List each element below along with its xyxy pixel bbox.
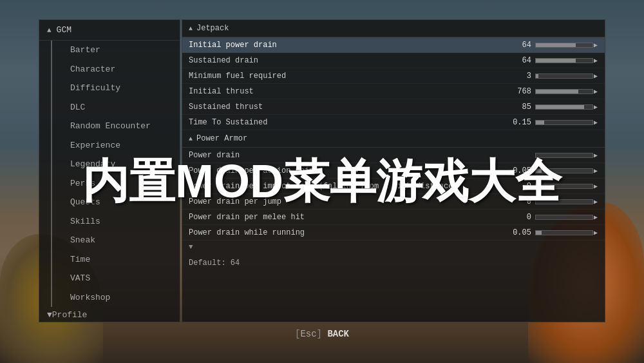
setting-initial-thrust-slider[interactable]: ▶ bbox=[535, 88, 598, 95]
content-panel: ▲ Jetpack Initial power drain 64 ▶ Susta… bbox=[182, 19, 605, 322]
slider-right-arrow: ▶ bbox=[593, 57, 598, 64]
sidebar-item-dlc[interactable]: DLC bbox=[52, 98, 180, 117]
slider-fill bbox=[536, 90, 578, 93]
setting-sustained-drain-value: 64 bbox=[506, 56, 531, 65]
slider-track bbox=[535, 89, 593, 94]
setting-initial-power-drain-label: Initial power drain bbox=[189, 41, 506, 50]
setting-sustained-drain[interactable]: Sustained drain 64 ▶ bbox=[182, 53, 605, 68]
main-panel: ▲ GCM Barter Character Difficulty DLC Ra… bbox=[39, 19, 605, 322]
sidebar-item-character[interactable]: Character bbox=[52, 60, 180, 79]
setting-min-fuel[interactable]: Minimum fuel required 3 ▶ bbox=[182, 68, 605, 84]
setting-drain-per-jump-label: Power drain per jump bbox=[189, 197, 506, 206]
setting-time-to-sustained-slider[interactable]: ▶ bbox=[535, 119, 598, 126]
setting-drain-per-jump[interactable]: Power drain per jump 0 ▶ bbox=[182, 194, 605, 210]
section-jetpack-label: Jetpack bbox=[196, 24, 229, 33]
setting-drain-per-action[interactable]: Power drain per action point 0.05 ▶ bbox=[182, 163, 605, 179]
setting-sustained-drain-label: Sustained drain bbox=[189, 56, 506, 65]
default-value-text: Default: 64 bbox=[182, 253, 605, 273]
slider-right-arrow: ▶ bbox=[593, 167, 598, 175]
setting-drain-while-running-slider[interactable]: ▶ bbox=[535, 229, 598, 237]
sidebar-item-workshop[interactable]: Workshop bbox=[52, 288, 180, 308]
esc-key-hint[interactable]: [Esc] BACK bbox=[295, 329, 349, 339]
slider-track bbox=[535, 215, 593, 220]
setting-drain-per-action-label: Power drain per action point bbox=[189, 166, 506, 175]
setting-min-fuel-label: Minimum fuel required bbox=[189, 72, 506, 81]
slider-right-arrow: ▶ bbox=[593, 119, 598, 126]
slider-fill bbox=[536, 105, 584, 109]
slider-right-arrow: ▶ bbox=[593, 88, 598, 95]
setting-power-drain-label: Power drain bbox=[189, 151, 506, 160]
sidebar-item-sneak[interactable]: Sneak bbox=[52, 231, 180, 250]
sidebar-item-perks[interactable]: Perks bbox=[52, 174, 180, 193]
slider-right-arrow: ▶ bbox=[593, 103, 598, 111]
bottom-bar: [Esc] BACK bbox=[0, 322, 644, 346]
setting-drain-impact-land-value: 0 bbox=[506, 182, 531, 191]
setting-drain-per-jump-slider[interactable]: ▶ bbox=[535, 198, 598, 206]
section-jetpack-arrow: ▲ bbox=[189, 25, 193, 32]
setting-drain-while-running[interactable]: Power drain while running 0.05 ▶ bbox=[182, 225, 605, 240]
setting-drain-per-action-slider[interactable]: ▶ bbox=[535, 167, 598, 175]
slider-track bbox=[535, 153, 593, 158]
slider-fill bbox=[536, 59, 576, 63]
sidebar-item-difficulty[interactable]: Difficulty bbox=[52, 79, 180, 98]
slider-fill bbox=[536, 169, 542, 173]
setting-min-fuel-slider[interactable]: ▶ bbox=[535, 72, 598, 80]
setting-initial-power-drain-value: 64 bbox=[506, 41, 531, 50]
section-expand-arrow[interactable]: ▼ bbox=[182, 240, 605, 253]
setting-drain-per-jump-value: 0 bbox=[506, 197, 531, 206]
sidebar-footer-arrow: ▼ bbox=[47, 310, 52, 320]
slider-fill bbox=[536, 74, 538, 78]
setting-drain-per-melee[interactable]: Power drain per melee hit 0 ▶ bbox=[182, 210, 605, 225]
setting-sustained-thrust[interactable]: Sustained thrust 85 ▶ bbox=[182, 99, 605, 115]
esc-label: Esc bbox=[300, 329, 316, 339]
section-jetpack-header: ▲ Jetpack bbox=[182, 20, 605, 37]
section-power-armor-arrow: ▲ bbox=[189, 135, 193, 142]
setting-sustained-thrust-value: 85 bbox=[506, 103, 531, 112]
slider-right-arrow: ▶ bbox=[593, 41, 598, 49]
setting-power-drain-slider[interactable]: ▶ bbox=[535, 152, 598, 159]
slider-right-arrow: ▶ bbox=[593, 198, 598, 206]
setting-sustained-thrust-slider[interactable]: ▶ bbox=[535, 103, 598, 111]
slider-track bbox=[535, 120, 593, 125]
sidebar-item-barter[interactable]: Barter bbox=[52, 41, 180, 60]
slider-right-arrow: ▶ bbox=[593, 229, 598, 237]
sidebar-item-legendary[interactable]: Legendary bbox=[52, 155, 180, 174]
sidebar-title: GCM bbox=[57, 25, 71, 35]
setting-power-drain[interactable]: Power drain ▶ bbox=[182, 148, 605, 163]
slider-track bbox=[535, 199, 593, 204]
sidebar-item-experience[interactable]: Experience bbox=[52, 136, 180, 155]
slider-track bbox=[535, 230, 593, 235]
bracket-right: ] bbox=[317, 329, 322, 339]
setting-drain-per-melee-slider[interactable]: ▶ bbox=[535, 213, 598, 221]
slider-right-arrow: ▶ bbox=[593, 72, 598, 80]
sidebar-item-quests[interactable]: Quests bbox=[52, 193, 180, 212]
section-power-armor-header: ▲ Power Armor bbox=[182, 130, 605, 148]
setting-sustained-drain-slider[interactable]: ▶ bbox=[535, 57, 598, 64]
setting-initial-thrust-label: Initial thrust bbox=[189, 87, 506, 96]
slider-right-arrow: ▶ bbox=[593, 213, 598, 221]
sidebar-item-random-encounter[interactable]: Random Encounter bbox=[52, 117, 180, 136]
slider-track bbox=[535, 184, 593, 189]
sidebar-item-skills[interactable]: Skills bbox=[52, 212, 180, 231]
setting-initial-power-drain[interactable]: Initial power drain 64 ▶ bbox=[182, 37, 605, 53]
slider-fill bbox=[536, 121, 544, 124]
setting-drain-impact-land-slider[interactable]: ▶ bbox=[535, 182, 598, 190]
sidebar-item-time[interactable]: Time bbox=[52, 250, 180, 270]
setting-sustained-thrust-label: Sustained thrust bbox=[189, 103, 506, 112]
setting-drain-per-melee-value: 0 bbox=[506, 213, 531, 222]
sidebar-profile-label[interactable]: Profile bbox=[52, 310, 88, 320]
slider-right-arrow: ▶ bbox=[593, 182, 598, 190]
setting-drain-per-action-value: 0.05 bbox=[506, 166, 531, 175]
setting-initial-thrust[interactable]: Initial thrust 768 ▶ bbox=[182, 84, 605, 99]
sidebar-item-vats[interactable]: VATS bbox=[52, 269, 180, 288]
slider-right-arrow: ▶ bbox=[593, 152, 598, 159]
slider-fill bbox=[536, 43, 576, 47]
setting-drain-while-running-value: 0.05 bbox=[506, 228, 531, 237]
setting-initial-power-drain-slider[interactable]: ▶ bbox=[535, 41, 598, 49]
slider-track bbox=[535, 58, 593, 63]
setting-drain-impact-land[interactable]: Power drain per impact land (falling fro… bbox=[182, 179, 605, 194]
sidebar-header: ▲ GCM bbox=[39, 20, 180, 41]
setting-time-to-sustained[interactable]: Time To Sustained 0.15 ▶ bbox=[182, 115, 605, 130]
setting-drain-per-melee-label: Power drain per melee hit bbox=[189, 213, 506, 222]
back-label: BACK bbox=[327, 329, 349, 339]
